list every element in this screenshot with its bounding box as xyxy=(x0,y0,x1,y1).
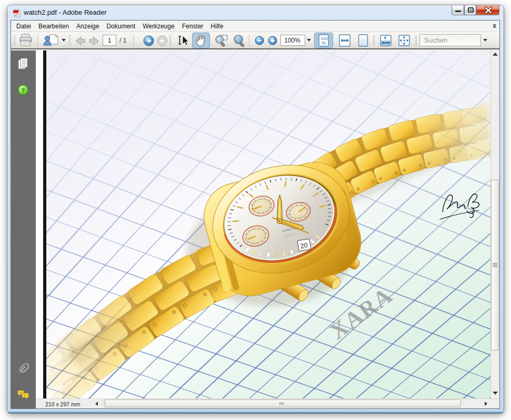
svg-text:%: % xyxy=(322,40,326,46)
svg-text:XARA: XARA xyxy=(325,282,397,344)
svg-text:?: ? xyxy=(22,86,25,94)
svg-text:20: 20 xyxy=(300,241,308,250)
